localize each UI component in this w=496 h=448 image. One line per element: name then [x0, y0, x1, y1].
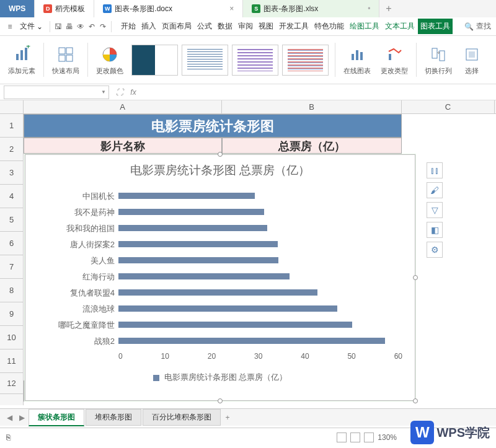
chart-bar[interactable]: 中国机长	[118, 193, 255, 199]
chart-style-thumb-4[interactable]	[282, 45, 329, 76]
chart-title[interactable]: 电影票房统计条形图 总票房（亿）	[25, 155, 415, 183]
tab-devtools[interactable]: 开发工具	[277, 19, 311, 34]
chart-bar[interactable]: 美人鱼	[118, 257, 278, 263]
chart-legend[interactable]: 电影票房统计条形图 总票房（亿）	[25, 364, 415, 383]
chart-fill-button[interactable]: ◧	[427, 222, 443, 238]
header-cell-b[interactable]: 总票房（亿）	[222, 138, 402, 154]
chart-style-thumbnails	[131, 45, 329, 76]
row-header[interactable]: 7	[0, 255, 23, 279]
resize-handle-top[interactable]	[218, 152, 223, 157]
sheet-nav-prev[interactable]: ◀	[4, 413, 15, 422]
row-header[interactable]: 9	[0, 302, 23, 326]
hamburger-icon[interactable]: ≡	[5, 22, 15, 32]
template-tab[interactable]: D 稻壳模板	[35, 0, 94, 17]
title-cell[interactable]: 电影票房统计条形图	[24, 114, 402, 138]
sheet-tab-clustered[interactable]: 簇状条形图	[29, 409, 84, 426]
wps-brand-tab[interactable]: WPS	[0, 0, 35, 17]
chart-bar[interactable]: 唐人街探案2	[118, 241, 278, 247]
add-element-label: 添加元素	[8, 66, 35, 76]
print-icon[interactable]: 🖶	[64, 22, 74, 32]
tab-draw-tools[interactable]: 绘图工具	[347, 19, 382, 34]
tab-start[interactable]: 开始	[118, 19, 138, 34]
tab-formula[interactable]: 公式	[195, 19, 215, 34]
x-tick-label: 20	[208, 352, 216, 364]
row-header[interactable]: 3	[0, 161, 23, 185]
change-type-icon	[384, 45, 404, 64]
add-tab-button[interactable]: +	[379, 0, 397, 17]
chart-style-thumb-1[interactable]	[131, 45, 178, 76]
row-header[interactable]: 11	[0, 349, 23, 373]
col-header-a[interactable]: A	[24, 100, 222, 113]
chart-bar[interactable]: 流浪地球	[118, 305, 337, 312]
tab-special[interactable]: 特色功能	[312, 19, 347, 34]
row-header[interactable]: 5	[0, 208, 23, 232]
sheet-nav-next[interactable]: ▶	[16, 413, 27, 422]
select-button[interactable]: 选择	[460, 45, 484, 76]
chart-settings-button[interactable]: ⚙	[427, 242, 443, 258]
x-tick-label: 10	[161, 352, 169, 364]
xlsx-tab[interactable]: S 图表-条形图.xlsx •	[243, 0, 379, 17]
resize-handle-right[interactable]	[413, 275, 418, 280]
tab-page-layout[interactable]: 页面布局	[159, 19, 194, 34]
view-normal-icon[interactable]	[337, 433, 347, 442]
chart-bar[interactable]: 战狼2	[118, 338, 385, 344]
expand-icon[interactable]: ⛶	[113, 88, 126, 97]
chart-bar[interactable]: 复仇者联盟4	[118, 289, 317, 296]
row-header[interactable]: 2	[0, 138, 23, 161]
select-all-corner[interactable]	[0, 100, 24, 113]
header-cell-a[interactable]: 影片名称	[24, 138, 222, 154]
row-header[interactable]: 6	[0, 232, 23, 255]
tab-review[interactable]: 审阅	[236, 19, 255, 34]
swap-rowcol-button[interactable]: 切换行列	[423, 45, 454, 76]
tab-insert[interactable]: 插入	[139, 19, 159, 34]
search-box[interactable]: 🔍 查找	[464, 21, 491, 32]
close-icon[interactable]: ×	[229, 4, 234, 13]
tab-data[interactable]: 数据	[215, 19, 235, 34]
chart-bar[interactable]: 我不是药神	[118, 209, 264, 215]
col-header-b[interactable]: B	[222, 100, 402, 113]
fx-icon[interactable]: fx	[126, 88, 140, 97]
resize-handle-bottom-right[interactable]	[413, 398, 418, 403]
undo-icon[interactable]: ↶	[87, 22, 97, 32]
tab-text-tools[interactable]: 文本工具	[383, 19, 417, 34]
online-chart-button[interactable]: 在线图表	[342, 45, 373, 76]
quick-layout-button[interactable]: 快速布局	[50, 45, 81, 76]
sheet-add-button[interactable]: +	[222, 413, 233, 422]
view-page-icon[interactable]	[350, 433, 360, 442]
row-header[interactable]: 1	[0, 114, 23, 138]
view-break-icon[interactable]	[364, 433, 374, 442]
change-color-button[interactable]: 更改颜色	[94, 45, 125, 76]
chart-plot-area[interactable]: 中国机长我不是药神我和我的祖国唐人街探案2美人鱼红海行动复仇者联盟4流浪地球哪吒…	[118, 187, 402, 348]
tab-chart-tools[interactable]: 图表工具	[418, 19, 453, 34]
chart-bar-label: 哪吒之魔童降世	[58, 320, 118, 331]
name-box[interactable]	[4, 86, 109, 99]
chart-bar[interactable]: 红海行动	[118, 273, 290, 279]
row-header[interactable]: 10	[0, 326, 23, 349]
add-element-button[interactable]: + 添加元素	[6, 45, 37, 76]
row-header[interactable]: 12	[0, 373, 23, 394]
row-header[interactable]: 4	[0, 185, 23, 208]
chart-elements-button[interactable]: ⫿⫿	[427, 162, 443, 178]
preview-icon[interactable]: 👁	[76, 22, 86, 32]
col-header-c[interactable]: C	[402, 100, 495, 113]
row-header[interactable]: 8	[0, 279, 23, 302]
chart-bar[interactable]: 哪吒之魔童降世	[118, 322, 352, 328]
tab-view[interactable]: 视图	[256, 19, 276, 34]
redo-icon[interactable]: ↷	[98, 22, 108, 32]
resize-handle-bottom[interactable]	[218, 398, 223, 403]
docx-tab[interactable]: W 图表-条形图.docx ×	[94, 0, 243, 17]
chart-style-thumb-3[interactable]	[232, 45, 278, 76]
change-type-button[interactable]: 更改类型	[379, 45, 410, 76]
svg-text:+: +	[26, 45, 30, 51]
chart-style-button[interactable]: 🖌	[427, 182, 443, 198]
chart-filter-button[interactable]: ▽	[427, 202, 443, 218]
sheet-tab-percent-stacked[interactable]: 百分比堆积条形图	[143, 409, 221, 426]
template-tab-label: 稻壳模板	[55, 4, 85, 14]
chart-object[interactable]: 电影票房统计条形图 总票房（亿） 中国机长我不是药神我和我的祖国唐人街探案2美人…	[25, 154, 415, 401]
chart-bar[interactable]: 我和我的祖国	[118, 225, 267, 231]
sheet-tab-stacked[interactable]: 堆积条形图	[86, 409, 141, 426]
save-icon[interactable]: 🖫	[53, 22, 63, 32]
file-menu[interactable]: 文件 ⌄	[16, 21, 46, 32]
chart-style-thumb-2[interactable]	[182, 45, 228, 76]
zoom-level[interactable]: 130%	[378, 433, 397, 442]
